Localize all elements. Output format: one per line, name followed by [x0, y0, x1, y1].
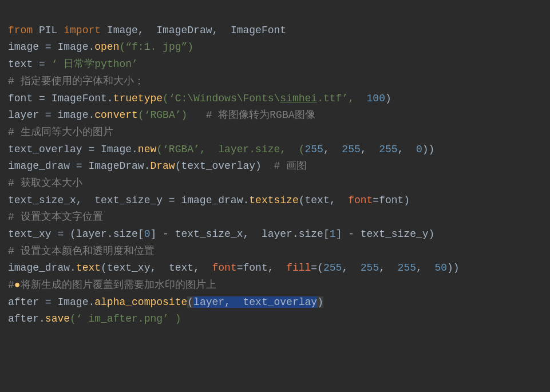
code-line: # 指定要使用的字体和大小； [8, 73, 542, 90]
code-line: after = Image.alpha_composite(layer, tex… [8, 294, 542, 311]
code-line: # 设置文本颜色和透明度和位置 [8, 243, 542, 260]
code-line: text_size_x, text_size_y = image_draw.te… [8, 192, 542, 209]
code-editor: from PIL import Image, ImageDraw, ImageF… [8, 6, 542, 328]
code-line: image_draw = ImageDraw.Draw(text_overlay… [8, 158, 542, 175]
code-line: after.save(‘ im_after.png’ ) [8, 311, 542, 328]
code-line: # 设置文本文字位置 [8, 209, 542, 226]
code-line: image = Image.open(“f:1. jpg”) [8, 39, 542, 56]
code-line: #●将新生成的图片覆盖到需要加水印的图片上 [8, 277, 542, 294]
code-line: text = ‘ 日常学python’ [8, 56, 542, 73]
code-line: # 获取文本大小 [8, 175, 542, 192]
code-line: layer = image.convert(‘RGBA’) # 将图像转为RGB… [8, 107, 542, 124]
code-line: text_overlay = Image.new(‘RGBA’, layer.s… [8, 141, 542, 159]
code-line: # 生成同等大小的图片 [8, 124, 542, 141]
code-line: text_xy = (layer.size[0] - text_size_x, … [8, 226, 542, 243]
code-line: font = ImageFont.truetype(‘C:\Windows\Fo… [8, 90, 542, 108]
code-line: image_draw.text(text_xy, text, font=font… [8, 260, 542, 277]
code-line: from PIL import Image, ImageDraw, ImageF… [8, 22, 542, 39]
